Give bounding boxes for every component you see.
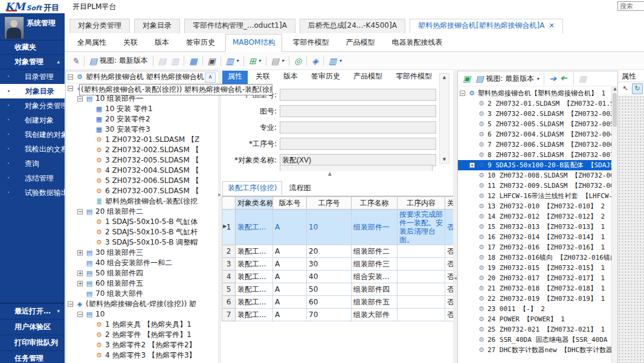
db-transfer-icon[interactable]: [309, 54, 321, 68]
tree-node[interactable]: 2 SDAJS-50x10-5-B 气缸杆: [66, 227, 218, 237]
collapse-tree-button[interactable]: ∧: [205, 72, 216, 83]
view-tab[interactable]: MABOM结构: [225, 34, 282, 52]
cell-object-class[interactable]: 装配工...: [236, 296, 273, 309]
tree-node[interactable]: 6 ZH0732-004.SLDASM 【ZH0732-004.SLDA: [458, 129, 612, 140]
structure-icon[interactable]: [246, 54, 263, 68]
expander-icon[interactable]: [87, 353, 92, 358]
expander-icon[interactable]: [87, 147, 92, 153]
expander-icon[interactable]: [77, 250, 83, 255]
table-row[interactable]: 6 装配工... A 60 组装部件五 否: [222, 296, 454, 309]
sidebar-item[interactable]: 创建对象: [0, 113, 65, 127]
expander-icon[interactable]: [469, 214, 475, 219]
export-icon[interactable]: [547, 72, 559, 85]
tree-node[interactable]: 2 热熔零件 【热熔零件】1: [66, 330, 218, 340]
expander-icon[interactable]: [469, 296, 475, 301]
detail-tab[interactable]: 产品模型: [348, 71, 388, 85]
expander-icon[interactable]: [68, 74, 73, 80]
cell-process-name[interactable]: 组装大部件: [352, 309, 398, 321]
expander-icon[interactable]: [87, 342, 92, 348]
detail-tab[interactable]: 关联: [250, 71, 275, 85]
table-row[interactable]: 4 装配工... A 40 组合安装... 否: [222, 271, 454, 283]
expander-icon[interactable]: [469, 173, 475, 178]
collapse-form-icon[interactable]: ▲: [328, 171, 332, 176]
db-search-icon[interactable]: [292, 54, 304, 68]
tree-node[interactable]: 2 ZH0732-002.SLDASM 【: [66, 145, 218, 155]
expander-icon[interactable]: [68, 301, 73, 307]
cell-flag[interactable]: 否: [445, 245, 454, 258]
tree-node[interactable]: 20 ZH0732-017 【ZH0732-017】 1: [458, 273, 612, 283]
expander-icon[interactable]: [469, 265, 475, 271]
sidebar-bottom-item[interactable]: 任务管理: [0, 351, 65, 363]
db-edit-icon[interactable]: [326, 54, 344, 68]
cell-process-name[interactable]: 组装部件四: [352, 283, 398, 296]
tree-node[interactable]: 塑料热熔接铆合机【塑料热熔接铆合机】 1: [458, 88, 612, 98]
tree-node[interactable]: 3 热熔零件2 【热熔零件2】: [66, 340, 218, 350]
tree-node[interactable]: 40 组合安装部件一和二: [66, 258, 218, 268]
cell-object-class[interactable]: 装配工...: [236, 309, 273, 321]
table-row[interactable]: 1 装配工... A 10 组装部件一 按要求完成部件一装配。安装后清理台面。 …: [222, 210, 454, 245]
form-field-input[interactable]: [280, 105, 436, 117]
expander-icon[interactable]: [469, 142, 475, 147]
cell-flag[interactable]: 否: [445, 309, 454, 321]
expander-icon[interactable]: [469, 255, 475, 260]
cell-process-content[interactable]: [398, 271, 445, 283]
tree-node[interactable]: 3 SDAJS-50x10-5-B 调整帽: [66, 237, 218, 248]
expander-icon[interactable]: [469, 337, 475, 342]
tree-node[interactable]: 20 安装零件2: [66, 114, 218, 124]
cell-process-name[interactable]: 组装部件一: [352, 210, 398, 245]
view-tab[interactable]: 版本: [148, 34, 176, 51]
sidebar-item[interactable]: 查询: [0, 156, 65, 171]
tree-node[interactable]: 4 热熔零件3 【热熔零件3】: [66, 350, 218, 361]
tree-node[interactable]: 5 ZH0732-006.SLDASM 【: [66, 176, 218, 186]
document-tab[interactable]: 对象分类管理: [69, 19, 130, 33]
expander-icon[interactable]: [87, 322, 92, 327]
tree-node[interactable]: 5 ZH0732-005.SLDASM 【ZH0732-005.SLDA: [458, 119, 612, 129]
table-edit-icon[interactable]: [187, 54, 199, 68]
expander-icon[interactable]: [469, 224, 475, 230]
document-tab[interactable]: 零部件结构管理_...oduct1]A: [184, 19, 295, 33]
dropdown-arrow-icon[interactable]: ▾: [57, 304, 60, 319]
process-tab[interactable]: 装配工序(徐挖): [222, 181, 282, 196]
expander-icon[interactable]: [87, 168, 92, 173]
cell-object-class[interactable]: 装配工...: [236, 283, 273, 296]
tree-node[interactable]: 30 安装零件3: [66, 124, 218, 135]
expander-icon[interactable]: [87, 127, 92, 132]
cell-process-content[interactable]: 按要求完成部件一装配。安装后清理台面。: [398, 210, 445, 245]
view-tab[interactable]: 关联: [117, 34, 144, 51]
expander-icon[interactable]: [469, 111, 475, 117]
table-row[interactable]: 7 装配工... A 70 组装大部件 否: [222, 309, 454, 321]
cell-process-content[interactable]: [398, 245, 445, 258]
detail-tab[interactable]: 属性: [222, 71, 248, 85]
form-field-input[interactable]: [280, 138, 436, 150]
expander-icon[interactable]: [87, 332, 92, 338]
cell-version[interactable]: A: [273, 258, 307, 271]
cell-flag[interactable]: 否: [445, 210, 454, 245]
expander-icon[interactable]: [87, 106, 92, 112]
expander-icon[interactable]: [77, 312, 83, 317]
expander-icon[interactable]: [68, 86, 73, 91]
cell-flag[interactable]: 否: [445, 283, 454, 296]
expander-icon[interactable]: [469, 245, 475, 250]
expander-icon[interactable]: [87, 230, 92, 235]
sidebar-item[interactable]: 收藏夹: [0, 40, 65, 55]
tree-node[interactable]: 14 ZH0732-012 【ZH0732-012】 2: [458, 211, 612, 222]
view-doc-icon[interactable]: 视图: 最新版本: [473, 72, 541, 85]
expander-icon[interactable]: [469, 347, 475, 353]
cell-version[interactable]: A: [273, 271, 307, 283]
cell-process-no[interactable]: 30: [307, 258, 352, 271]
scrollbar-thumb[interactable]: [613, 93, 617, 127]
expander-icon[interactable]: [469, 275, 475, 281]
sidebar-bottom-item[interactable]: 用户体验区: [0, 320, 65, 335]
user-avatar[interactable]: [4, 16, 24, 39]
cell-process-content[interactable]: [398, 309, 445, 321]
expander-icon[interactable]: [77, 96, 83, 101]
expander-icon[interactable]: [469, 162, 475, 168]
tree-node[interactable]: 30 组装部件三: [66, 248, 218, 258]
expander-icon[interactable]: [87, 158, 92, 163]
cell-object-class[interactable]: 装配工...: [236, 271, 273, 283]
tree-node[interactable]: 2 ZH0732-01.SLDASM 【ZH0732-01.SLDASM: [458, 98, 612, 109]
view-tab[interactable]: 全局属性: [71, 34, 113, 51]
expander-icon[interactable]: [469, 286, 475, 291]
expander-icon[interactable]: [469, 152, 475, 158]
view-tab[interactable]: 电器装配接线表: [385, 34, 449, 51]
